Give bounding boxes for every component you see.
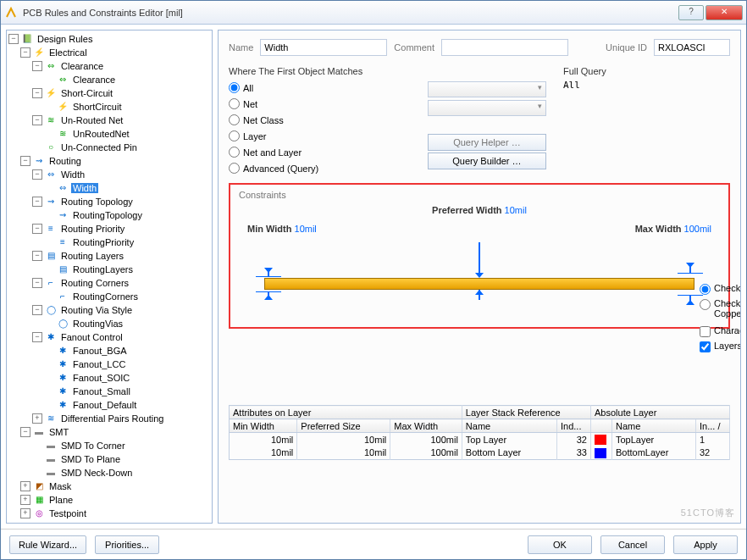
tree-routing[interactable]: Routing	[47, 156, 83, 166]
preferred-width-label: Preferred Width	[432, 205, 501, 215]
tree-width-rule[interactable]: Width	[71, 183, 98, 193]
layer-grid[interactable]: Attributes on Layer Layer Stack Referenc…	[229, 405, 730, 460]
close-button[interactable]: ✕	[706, 5, 743, 20]
priorities-button[interactable]: Priorities...	[95, 535, 159, 554]
name-label: Name	[229, 42, 253, 53]
window-title: PCB Rules and Constraints Editor [mil]	[23, 8, 677, 18]
radio-check-tracks[interactable]	[700, 284, 711, 295]
width-diagram	[239, 242, 720, 302]
titlebar[interactable]: PCB Rules and Constraints Editor [mil] ?…	[1, 1, 746, 25]
dialog-window: PCB Rules and Constraints Editor [mil] ?…	[0, 0, 747, 560]
radio-layer[interactable]	[229, 130, 240, 141]
ok-button[interactable]: OK	[528, 535, 592, 554]
checkbox-layerstack[interactable]	[700, 341, 711, 352]
min-width-label: Min Width	[247, 224, 291, 234]
query-title: Full Query	[563, 66, 730, 76]
watermark: 51CTO博客	[681, 507, 735, 519]
uid-input[interactable]	[654, 39, 730, 56]
query-value: All	[563, 80, 730, 91]
help-button[interactable]: ?	[678, 5, 704, 20]
query-builder-button[interactable]: Query Builder …	[428, 152, 546, 169]
name-input[interactable]	[260, 39, 387, 56]
radio-netlayer[interactable]	[229, 147, 240, 158]
checkbox-impedance[interactable]	[700, 326, 711, 337]
footer: Rule Wizard... Priorities... OK Cancel A…	[1, 529, 746, 559]
query-helper-button[interactable]: Query Helper …	[428, 134, 546, 151]
max-width-label: Max Width	[635, 224, 682, 234]
constraints-box: Constraints Preferred Width 10mil Min Wi…	[229, 183, 730, 329]
radio-net[interactable]	[229, 98, 240, 109]
tree-electrical[interactable]: Electrical	[47, 47, 89, 58]
rule-wizard-button[interactable]: Rule Wizard...	[9, 535, 86, 554]
max-width-value[interactable]: 100mil	[684, 224, 711, 234]
check-options: Check Tracks/Arcs Min/Max Width Individu…	[700, 283, 741, 356]
comment-label: Comment	[394, 42, 434, 53]
app-icon	[4, 6, 18, 19]
radio-advanced[interactable]	[229, 163, 240, 174]
table-row[interactable]: 10mil10mil100milBottom Layer33BottomLaye…	[230, 446, 730, 460]
cancel-button[interactable]: Cancel	[600, 535, 665, 554]
uid-label: Unique ID	[606, 42, 647, 53]
preferred-width-value[interactable]: 10mil	[505, 205, 527, 215]
rule-panel: Name Comment Unique ID Where The First O…	[218, 30, 741, 524]
radio-all[interactable]	[229, 82, 240, 93]
net-dropdown[interactable]	[428, 81, 546, 97]
apply-button[interactable]: Apply	[673, 535, 738, 554]
netclass-dropdown[interactable]	[428, 100, 546, 116]
radio-check-copper[interactable]	[700, 299, 711, 310]
radio-netclass[interactable]	[229, 114, 240, 125]
table-row[interactable]: 10mil10mil100milTop Layer32TopLayer1	[230, 433, 730, 446]
rules-tree[interactable]: −📗Design Rules −⚡Electrical −⇔Clearance …	[6, 30, 213, 524]
comment-input[interactable]	[441, 39, 568, 56]
tree-root[interactable]: Design Rules	[36, 34, 94, 44]
min-width-value[interactable]: 10mil	[295, 224, 317, 234]
match-title: Where The First Object Matches	[229, 66, 402, 76]
